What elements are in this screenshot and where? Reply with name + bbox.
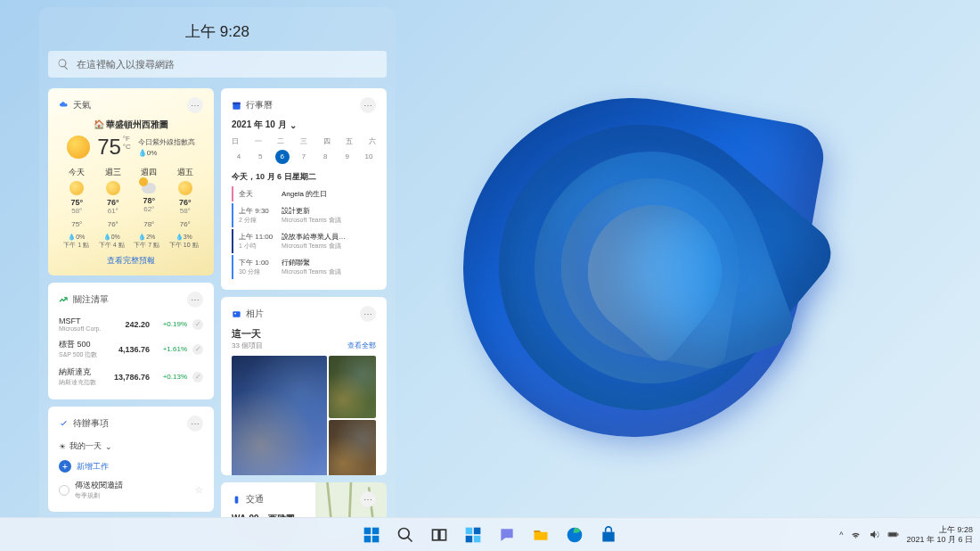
weather-title: 天氣 xyxy=(73,99,183,111)
svg-rect-19 xyxy=(889,533,897,536)
selected-day[interactable]: 6 xyxy=(275,150,290,164)
stock-row[interactable]: 標普 500S&P 500 指數4,136.76+1.61%✓ xyxy=(59,335,203,363)
see-all-link[interactable]: 查看全部 xyxy=(347,341,376,350)
svg-rect-14 xyxy=(466,535,473,542)
sun-icon xyxy=(67,136,90,159)
edge-button[interactable] xyxy=(559,520,590,550)
svg-rect-11 xyxy=(440,530,446,540)
start-button[interactable] xyxy=(356,520,387,550)
todo-icon xyxy=(59,419,69,429)
stocks-icon xyxy=(59,295,69,305)
calendar-title: 行事曆 xyxy=(246,99,355,111)
photos-day: 這一天 xyxy=(232,327,263,341)
task-checkbox[interactable] xyxy=(59,485,69,496)
stock-row[interactable]: MSFTMicrosoft Corp.242.20+0.19%✓ xyxy=(59,313,203,335)
star-icon[interactable]: ☆ xyxy=(195,485,203,495)
svg-rect-8 xyxy=(372,535,380,542)
taskbar-clock[interactable]: 上午 9:282021 年 10 月 6 日 xyxy=(906,525,973,545)
watchlist-more-button[interactable]: ⋯ xyxy=(187,292,203,308)
stock-row[interactable]: 納斯達克納斯達克指數13,786.76+0.13%✓ xyxy=(59,363,203,391)
volume-icon[interactable] xyxy=(869,529,880,540)
calendar-event[interactable]: 上午 9:302 分鐘設計更新Microsoft Teams 會議 xyxy=(232,203,376,227)
chevron-down-icon: ⌄ xyxy=(290,120,297,130)
weather-widget[interactable]: 天氣 ⋯ 🏠 華盛頓州西雅圖 75 °F°C 今日紫外線指數高 💧0% xyxy=(48,88,214,276)
calendar-event[interactable]: 下午 1:0030 分鐘行銷聯繫Microsoft Teams 會議 xyxy=(232,255,376,279)
store-button[interactable] xyxy=(593,520,624,550)
svg-rect-5 xyxy=(364,527,372,534)
weather-more-button[interactable]: ⋯ xyxy=(187,97,203,113)
photo-thumbnail[interactable] xyxy=(329,356,376,418)
svg-rect-12 xyxy=(466,527,473,534)
svg-rect-17 xyxy=(602,531,614,541)
svg-rect-1 xyxy=(233,102,240,103)
todo-group[interactable]: ☀ 我的一天 ⌄ xyxy=(59,437,203,456)
widgets-button[interactable] xyxy=(458,520,488,550)
photo-thumbnail[interactable] xyxy=(232,356,327,475)
svg-point-3 xyxy=(234,312,236,314)
svg-rect-7 xyxy=(364,535,372,542)
task-view-button[interactable] xyxy=(424,520,454,550)
calendar-today-label: 今天，10 月 6 日星期二 xyxy=(232,171,376,183)
photos-icon xyxy=(232,309,241,319)
calendar-event[interactable]: 上午 11:001 小時說故事給專業人員…Microsoft Teams 會議 xyxy=(232,229,376,253)
tray-chevron-icon[interactable]: ^ xyxy=(839,530,843,539)
battery-icon[interactable] xyxy=(887,529,899,540)
todo-more-button[interactable]: ⋯ xyxy=(187,415,203,432)
photos-count: 33 個項目 xyxy=(232,341,263,350)
extra-temp-row: 75°76°78°76° xyxy=(59,220,203,228)
calendar-more-button[interactable]: ⋯ xyxy=(360,97,376,113)
wifi-icon[interactable] xyxy=(850,529,862,540)
svg-rect-4 xyxy=(235,496,239,503)
current-temp: 75 xyxy=(97,135,121,160)
traffic-title: 交通 xyxy=(246,493,355,506)
uv-index: 今日紫外線指數高 💧0% xyxy=(138,137,195,157)
photos-more-button[interactable]: ⋯ xyxy=(360,306,376,322)
chat-button[interactable] xyxy=(492,520,522,550)
photos-title: 相片 xyxy=(246,308,355,320)
svg-point-9 xyxy=(399,528,410,539)
todo-widget[interactable]: 待辦事項 ⋯ ☀ 我的一天 ⌄ +新增工作 傳送校閱邀請每季規劃☆ xyxy=(48,407,214,512)
temp-units: °F°C xyxy=(123,135,131,151)
weather-location: 🏠 華盛頓州西雅圖 xyxy=(59,119,203,131)
svg-rect-6 xyxy=(372,527,380,534)
svg-rect-15 xyxy=(474,535,481,542)
calendar-widget[interactable]: 行事曆 ⋯ 2021 年 10 月 ⌄ 日一二三四五六 45678910 今天，… xyxy=(221,88,387,290)
search-input[interactable]: 在這裡輸入以搜尋網路 xyxy=(48,51,387,78)
task-item[interactable]: 傳送校閱邀請每季規劃☆ xyxy=(59,477,203,503)
widgets-panel: 上午 9:28 在這裡輸入以搜尋網路 天氣 ⋯ 🏠 華盛頓州西雅圖 75 °F°… xyxy=(39,7,396,524)
panel-clock: 上午 9:28 xyxy=(48,16,387,51)
calendar-event[interactable]: 全天Angela 的生日 xyxy=(232,186,376,201)
system-tray[interactable]: ^ 上午 9:282021 年 10 月 6 日 xyxy=(839,525,973,545)
full-forecast-link[interactable]: 查看完整預報 xyxy=(59,255,203,267)
watchlist-widget[interactable]: 關注清單 ⋯ MSFTMicrosoft Corp.242.20+0.19%✓ … xyxy=(48,283,214,399)
taskbar: ^ 上午 9:282021 年 10 月 6 日 xyxy=(0,517,980,551)
traffic-more-button[interactable]: ⋯ xyxy=(360,491,376,507)
explorer-button[interactable] xyxy=(526,520,556,550)
photos-widget[interactable]: 相片 ⋯ 這一天33 個項目 查看全部 xyxy=(221,297,387,475)
precip-row: 💧0%下午 1 點 💧0%下午 4 點 💧2%下午 7 點 💧3%下午 10 點 xyxy=(59,234,203,250)
add-task-button[interactable]: +新增工作 xyxy=(59,456,203,477)
traffic-icon xyxy=(232,495,241,505)
search-icon xyxy=(57,58,69,70)
todo-title: 待辦事項 xyxy=(73,417,183,430)
weather-icon xyxy=(59,101,69,111)
photo-thumbnail[interactable] xyxy=(329,420,376,475)
watchlist-title: 關注清單 xyxy=(73,293,183,306)
svg-rect-20 xyxy=(898,533,899,535)
search-placeholder: 在這裡輸入以搜尋網路 xyxy=(77,58,175,71)
svg-rect-13 xyxy=(474,527,481,534)
forecast-row: 今天75°58° 週三76°61° 週四78°62° 週五76°58° xyxy=(59,167,203,215)
calendar-icon xyxy=(232,101,241,111)
svg-rect-2 xyxy=(233,311,240,317)
calendar-month[interactable]: 2021 年 10 月 ⌄ xyxy=(232,119,376,131)
svg-rect-10 xyxy=(433,530,439,540)
search-button[interactable] xyxy=(390,520,421,550)
